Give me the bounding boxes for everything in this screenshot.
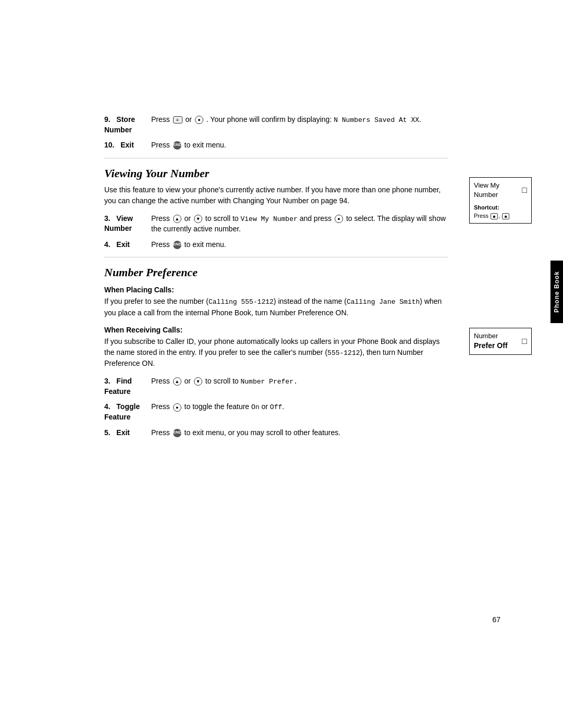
store-button-icon: ≡ — [173, 116, 182, 124]
divider-2 — [104, 257, 448, 257]
view-step-4-content: Press END to exit menu. — [151, 240, 448, 250]
step-10-row: 10. Exit Press END to exit menu. — [104, 140, 448, 151]
right-sidebar: View My Number □ Shortcut: Press ■, ■ Nu… — [469, 115, 532, 363]
np-end-icon: END — [173, 429, 181, 437]
view-step-4-row: 4. Exit Press END to exit menu. — [104, 240, 448, 250]
np-step-4-row: 4. Toggle Feature Press ● to toggle the … — [104, 402, 448, 422]
phone-book-tab: Phone Book — [550, 261, 563, 323]
np-step-5-content: Press END to exit menu, or you may scrol… — [151, 428, 448, 438]
step-10-content: Press END to exit menu. — [151, 140, 448, 151]
when-receiving-calls-text: If you subscribe to Caller ID, your phon… — [104, 336, 448, 369]
np-select-icon: ● — [173, 403, 181, 412]
shortcut-icon-1: ■ — [491, 213, 498, 219]
np-nav-down-icon: ▼ — [194, 377, 202, 386]
shortcut-area: Shortcut: Press ■, ■ — [474, 204, 527, 220]
viewing-title: Viewing Your Number — [104, 167, 448, 180]
end-icon-view: END — [173, 241, 181, 249]
np-step-3-label: 3. Find Feature — [104, 376, 151, 397]
step-9-label: 9. Store Number — [104, 115, 151, 135]
when-receiving-calls-heading: When Receiving Calls: — [104, 326, 448, 334]
number-prefer-text: Number Prefer Off — [474, 331, 508, 351]
np-step-3-row: 3. Find Feature Press ▲ or ▼ to scroll t… — [104, 376, 448, 397]
select-button-icon: ● — [195, 116, 203, 124]
number-preference-section: Number Preference When Placing Calls: If… — [104, 266, 448, 438]
number-prefer-icon: □ — [522, 336, 527, 347]
step-10-label: 10. Exit — [104, 140, 151, 151]
divider-1 — [104, 158, 448, 158]
page: 9. Store Number Press ≡ or ● . Your phon… — [0, 0, 563, 728]
page-number: 67 — [492, 615, 500, 624]
np-step-4-label: 4. Toggle Feature — [104, 402, 151, 422]
view-my-number-icon: □ — [522, 184, 527, 196]
when-placing-calls-heading: When Placing Calls: — [104, 286, 448, 294]
nav-up-icon: ▲ — [173, 215, 181, 223]
np-step-4-content: Press ● to toggle the feature On or Off. — [151, 402, 448, 422]
nav-down-icon: ▼ — [194, 215, 202, 223]
number-prefer-box: Number Prefer Off □ — [469, 328, 532, 355]
main-content: 9. Store Number Press ≡ or ● . Your phon… — [104, 115, 448, 443]
viewing-your-number-section: Viewing Your Number Use this feature to … — [104, 167, 448, 250]
view-my-number-box-title: View My Number □ — [474, 181, 527, 200]
view-step-3-content: Press ▲ or ▼ to scroll to View My Number… — [151, 214, 448, 235]
np-step-5-label: 5. Exit — [104, 428, 151, 438]
number-prefer-box-title: Number Prefer Off □ — [474, 331, 527, 351]
view-step-3-label: 3. View Number — [104, 214, 151, 235]
np-step-3-content: Press ▲ or ▼ to scroll to Number Prefer. — [151, 376, 448, 397]
number-preference-title: Number Preference — [104, 266, 448, 279]
np-nav-up-icon: ▲ — [173, 377, 181, 386]
viewing-steps: 3. View Number Press ▲ or ▼ to scroll to… — [104, 214, 448, 250]
view-step-3-row: 3. View Number Press ▲ or ▼ to scroll to… — [104, 214, 448, 235]
number-pref-steps: 3. Find Feature Press ▲ or ▼ to scroll t… — [104, 376, 448, 438]
step-9-content: Press ≡ or ● . Your phone will confirm b… — [151, 115, 448, 135]
end-button-icon: END — [173, 141, 181, 150]
view-my-number-text: View My Number — [474, 181, 499, 200]
step-9-row: 9. Store Number Press ≡ or ● . Your phon… — [104, 115, 448, 135]
viewing-intro: Use this feature to view your phone's cu… — [104, 184, 448, 206]
np-step-5-row: 5. Exit Press END to exit menu, or you m… — [104, 428, 448, 438]
select-icon: ● — [335, 215, 343, 223]
view-step-4-label: 4. Exit — [104, 240, 151, 250]
shortcut-icon-2: ■ — [502, 213, 509, 219]
view-my-number-box: View My Number □ Shortcut: Press ■, ■ — [469, 177, 532, 224]
when-placing-calls-text: If you prefer to see the number (Calling… — [104, 296, 448, 318]
